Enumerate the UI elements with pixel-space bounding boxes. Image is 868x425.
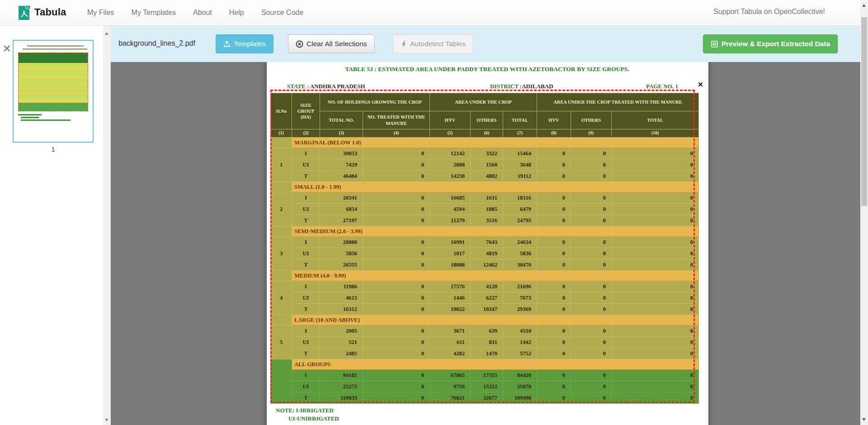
pdf-page[interactable]: TABLE 5J : ESTIMATED AREA UNDER PADDY TR… [267, 62, 708, 425]
scroll-down-icon[interactable] [105, 419, 108, 421]
window-scrollbar[interactable] [860, 0, 868, 425]
export-button-label: Preview & Export Extracted Data [722, 40, 830, 48]
tabula-logo-icon [17, 4, 31, 21]
district-label: DISTRICT : [490, 83, 522, 90]
brand-name: Tabula [34, 6, 66, 18]
navbar: Tabula My FilesMy TemplatesAboutHelpSour… [0, 0, 868, 26]
toolbar: background_lines_2.pdf Templates Clear A… [111, 26, 860, 62]
thumbnail-table-header [19, 53, 88, 63]
thumbnail-table [18, 53, 88, 111]
page-no-label: PAGE NO. 1 [646, 83, 678, 90]
scrollbar-thumb[interactable] [861, 17, 867, 206]
nav-link-about[interactable]: About [193, 9, 212, 17]
thumbnail-note-line [21, 117, 39, 118]
district-value: ADILABAD [522, 83, 553, 90]
nav-link-my-templates[interactable]: My Templates [132, 9, 176, 17]
navbar-links: My FilesMy TemplatesAboutHelpSource Code [87, 0, 303, 25]
nav-link-help[interactable]: Help [229, 9, 244, 17]
autodetect-tables-button[interactable]: Autodetect Tables [393, 34, 473, 53]
brand[interactable]: Tabula [17, 4, 66, 21]
table-list-icon [711, 40, 718, 48]
support-link[interactable]: Support Tabula on OpenCollective! [713, 8, 825, 16]
sidebar-scrollbar[interactable] [103, 26, 111, 425]
note-line-2: UI-UNIRRIGATED [288, 415, 339, 422]
thumbnail-note-line [18, 114, 42, 115]
scroll-up-icon[interactable] [105, 32, 108, 35]
clear-all-selections-button[interactable]: Clear All Selections [288, 34, 375, 53]
thumbnail-table-footer [19, 103, 88, 111]
clear-button-label: Clear All Selections [307, 40, 367, 48]
templates-button-label: Templates [234, 40, 266, 48]
page-number-label: 1 [13, 145, 94, 153]
sidebar: ✕ 1 [0, 26, 103, 425]
state-label: STATE : [287, 83, 309, 90]
state-line: STATE : ANDHRA PRADESH [287, 83, 365, 90]
state-value: ANDHRA PRADESH [310, 83, 365, 90]
note-line-1: NOTE: I-IRRIGATED [276, 407, 334, 414]
templates-button[interactable]: Templates [216, 34, 274, 53]
thumbnail-title-line [23, 48, 87, 50]
lightning-bolt-icon [401, 40, 407, 48]
filename-label: background_lines_2.pdf [118, 39, 195, 48]
page-thumbnail[interactable] [13, 40, 94, 143]
nav-link-my-files[interactable]: My Files [87, 9, 114, 17]
selection-close-button[interactable]: ✕ [698, 81, 703, 89]
tabula-app: Tabula My FilesMy TemplatesAboutHelpSour… [0, 0, 868, 425]
scroll-down-icon[interactable] [862, 418, 866, 421]
clear-circle-x-icon [296, 40, 303, 48]
district-line: DISTRICT :ADILABAD [490, 83, 553, 90]
thumbnail-title-line [27, 45, 84, 47]
nav-link-source-code[interactable]: Source Code [261, 9, 303, 17]
autodetect-button-label: Autodetect Tables [410, 40, 466, 48]
template-save-icon [223, 40, 231, 48]
remove-page-button[interactable]: ✕ [3, 44, 11, 54]
pdf-table-title: TABLE 5J : ESTIMATED AREA UNDER PADDY TR… [271, 66, 703, 73]
scroll-up-icon[interactable] [862, 4, 866, 7]
preview-export-button[interactable]: Preview & Export Extracted Data [703, 34, 838, 53]
selection-box[interactable] [270, 90, 695, 403]
thumbnail-note-line [21, 119, 71, 121]
